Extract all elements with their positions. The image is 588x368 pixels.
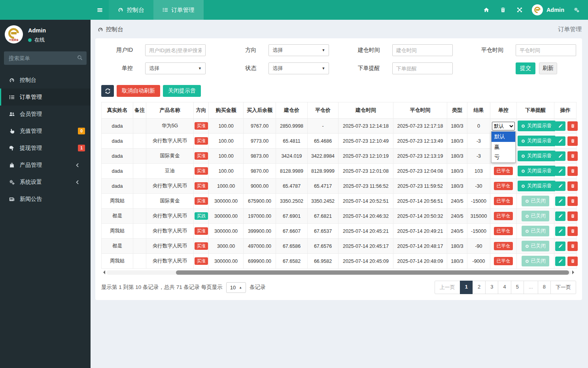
- reminder-input[interactable]: [392, 62, 453, 74]
- list-icon: [163, 7, 168, 13]
- edit-button[interactable]: [555, 166, 565, 176]
- trash-icon: [571, 199, 575, 203]
- sidebar-item-系统设置[interactable]: 系统设置: [0, 174, 91, 191]
- search-icon[interactable]: [77, 55, 83, 60]
- refresh-button[interactable]: 刷新: [539, 62, 557, 74]
- submit-button[interactable]: 提交: [516, 62, 535, 74]
- cell-type: 180/3: [447, 164, 467, 179]
- page-item-8[interactable]: 8: [538, 281, 551, 294]
- page-item-上一页[interactable]: 上一页: [435, 281, 460, 294]
- direction-badge: 买涨: [195, 152, 208, 160]
- control-filter-select[interactable]: 选择 ▼: [145, 62, 206, 74]
- cell-balance: 9767.00: [244, 119, 276, 134]
- open-time-input[interactable]: [392, 44, 453, 56]
- breadcrumb-label: 控制台: [106, 26, 123, 33]
- page-item-4[interactable]: 4: [498, 281, 511, 294]
- nav-item-订单管理[interactable]: 订单管理: [153, 0, 204, 20]
- cell-result: 315000: [467, 209, 490, 224]
- sidebar-item-新闻公告[interactable]: 新闻公告: [0, 191, 91, 208]
- dropdown-option[interactable]: 默认: [492, 132, 515, 142]
- reminder-button[interactable]: 关闭提示音: [518, 181, 556, 191]
- reminder-button[interactable]: 关闭提示音: [518, 121, 556, 131]
- scrollbar-thumb[interactable]: [176, 270, 569, 275]
- page-item-下一页[interactable]: 下一页: [550, 281, 576, 294]
- page-item-2[interactable]: 2: [473, 281, 486, 294]
- page-item-5[interactable]: 5: [511, 281, 524, 294]
- menu-search-input[interactable]: [4, 51, 87, 65]
- table-row: 周我姑央行数字人民币买涨300000.00399900.0067.660767.…: [102, 224, 577, 239]
- edit-button[interactable]: [555, 257, 565, 266]
- sidebar-item-会员管理[interactable]: 会员管理: [0, 106, 91, 123]
- delete-button[interactable]: [567, 181, 578, 191]
- nav-item-控制台[interactable]: 控制台: [109, 0, 153, 20]
- delete-button[interactable]: [567, 196, 578, 206]
- control-select[interactable]: 默认赢亏: [492, 122, 515, 130]
- sidebar-item-充值管理[interactable]: 充值管理0: [0, 123, 91, 140]
- settings-button[interactable]: [568, 0, 585, 20]
- sidebar-item-提现管理[interactable]: 提现管理1: [0, 140, 91, 157]
- dropdown-option[interactable]: 亏: [492, 152, 515, 162]
- page-item-1[interactable]: 1: [460, 281, 473, 294]
- reminder-button[interactable]: 关闭提示音: [518, 136, 556, 146]
- reminder-button: 已关闭: [522, 241, 550, 251]
- edit-button[interactable]: [555, 226, 565, 236]
- page-item-...[interactable]: ...: [524, 281, 538, 294]
- column-header-买入后余额: 买入后余额: [244, 102, 276, 119]
- cell-balance: 675900.00: [244, 194, 276, 209]
- delete-button[interactable]: [567, 257, 578, 266]
- scroll-left-arrow-icon[interactable]: [101, 270, 105, 274]
- page-item-3[interactable]: 3: [485, 281, 498, 294]
- delete-button[interactable]: [567, 226, 578, 236]
- refresh-table-button[interactable]: [101, 85, 114, 97]
- delete-button[interactable]: [567, 211, 578, 221]
- delete-button[interactable]: [567, 151, 578, 161]
- user-menu[interactable]: Admin: [528, 4, 568, 15]
- direction-badge: 买跌: [195, 212, 208, 220]
- edit-button[interactable]: [555, 121, 565, 131]
- edit-button[interactable]: [555, 211, 565, 221]
- cell-actions: [554, 239, 577, 254]
- delete-button[interactable]: [567, 166, 578, 176]
- cell-close-time: 2025-07-23 12:17:18: [393, 119, 447, 134]
- scrollbar-track[interactable]: [106, 270, 571, 275]
- sidebar-item-控制台[interactable]: 控制台: [0, 72, 91, 89]
- orders-table: 真实姓名备注产品名称方向购买金额买入后余额建仓价平仓价建仓时间平仓时间类型结果单…: [101, 102, 577, 269]
- cell-close-time: 2025-07-14 20:49:21: [393, 224, 447, 239]
- sidebar-search: [4, 51, 87, 65]
- userid-input[interactable]: [145, 44, 206, 56]
- sidebar-item-订单管理[interactable]: 订单管理: [0, 89, 91, 106]
- table-footer: 显示第 1 到第 10 条记录，总共 71 条记录 每页显示 10 ▲ 条记录 …: [101, 281, 576, 294]
- hand-down-icon: [9, 145, 16, 151]
- cell-name: 都是: [102, 239, 133, 254]
- gauge-icon: [9, 77, 16, 83]
- close-time-input[interactable]: [516, 44, 576, 56]
- page-size-select[interactable]: 10 ▲: [226, 282, 246, 293]
- reminder-label: 已关闭: [531, 228, 546, 234]
- close-sound-button[interactable]: 关闭提示音: [163, 85, 201, 97]
- edit-button[interactable]: [555, 242, 565, 251]
- home-icon-button[interactable]: [478, 0, 495, 20]
- trash-icon-button[interactable]: [495, 0, 511, 20]
- edit-button[interactable]: [555, 151, 565, 161]
- breadcrumb[interactable]: 控制台: [98, 26, 123, 33]
- delete-button[interactable]: [567, 136, 578, 146]
- reminder-button[interactable]: 关闭提示音: [518, 166, 556, 176]
- cell-type: 180/3: [447, 254, 467, 269]
- expand-icon-button[interactable]: [511, 0, 528, 20]
- edit-button[interactable]: [555, 136, 565, 146]
- delete-button[interactable]: [567, 121, 578, 131]
- dropdown-option[interactable]: 赢: [492, 142, 515, 152]
- edit-button[interactable]: [555, 196, 565, 206]
- cell-balance: 9870.00: [244, 164, 276, 179]
- status-select[interactable]: 选择 ▼: [268, 62, 329, 74]
- caret-down-icon: ▼: [198, 66, 202, 70]
- reminder-button[interactable]: 关闭提示音: [518, 151, 556, 161]
- direction-select[interactable]: 选择 ▼: [268, 44, 329, 56]
- delete-button[interactable]: [567, 242, 578, 251]
- cancel-auto-refresh-button[interactable]: 取消自动刷新: [117, 85, 160, 97]
- scroll-right-arrow-icon[interactable]: [572, 270, 576, 274]
- sidebar-item-产品管理[interactable]: 产品管理: [0, 157, 91, 174]
- horizontal-scrollbar[interactable]: [101, 270, 576, 275]
- edit-button[interactable]: [555, 181, 565, 191]
- sidebar-toggle-button[interactable]: [91, 0, 109, 20]
